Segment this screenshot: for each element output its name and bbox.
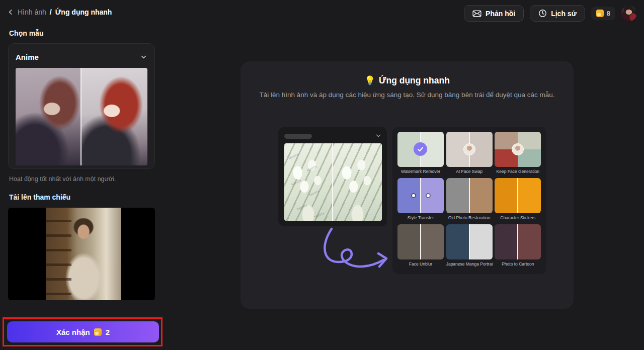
effect-label: Style Transfer [397, 215, 444, 220]
breadcrumb-separator: / [50, 8, 52, 16]
effect-label: Watermark Remover [397, 169, 444, 174]
template-note: Hoạt động tốt nhất với ảnh một người. [9, 176, 116, 183]
template-before-image [16, 68, 82, 165]
template-dropdown-value: Anime [16, 53, 39, 61]
feedback-button[interactable]: Phản hồi [464, 5, 524, 22]
demo-before-after-image: MonicaMonicaMonicaMonicaMonicaMonica [284, 143, 382, 221]
effects-grid: Watermark RemoverAI Face SwapKeep Face G… [392, 127, 546, 274]
watermark-text: Monica [306, 164, 317, 172]
confirm-button[interactable]: Xác nhận 2 [7, 321, 159, 342]
watermark-text: Monica [296, 203, 307, 211]
effect-label: AI Face Swap [446, 169, 493, 174]
effect-label: Old Photo Restoration [446, 215, 493, 220]
reference-upload[interactable] [8, 208, 155, 300]
history-button[interactable]: Lịch sử [530, 5, 585, 22]
effect-thumbnail [495, 224, 541, 259]
envelope-icon [472, 10, 481, 17]
coin-icon [94, 328, 102, 336]
reference-image [46, 208, 121, 300]
effect-thumbnail [495, 132, 541, 167]
effect-label: Photo to Cartoon [495, 261, 541, 267]
confirm-label: Xác nhận [56, 328, 90, 336]
demo-clean-half [333, 143, 382, 221]
watermark-text: Monica [309, 189, 320, 197]
curved-arrow-icon [303, 225, 398, 278]
confirm-cost: 2 [106, 328, 110, 336]
page-title: 💡 Ứng dụng nhanh [240, 75, 574, 86]
effect-item: Style Transfer [397, 178, 444, 220]
effect-label: Face Unblur [397, 261, 444, 267]
effect-label: Japanese Manga Portrait [446, 261, 493, 267]
coin-icon [596, 10, 604, 17]
effect-item: Watermark Remover [397, 132, 444, 174]
demo-upload-card: MonicaMonicaMonicaMonicaMonicaMonica [278, 127, 387, 226]
demo-watermarked-half: MonicaMonicaMonicaMonicaMonicaMonica [284, 143, 333, 221]
face-circle-icon [463, 143, 475, 155]
effect-item: Face Unblur [397, 224, 444, 267]
template-after-image [82, 68, 147, 165]
effect-item: Japanese Manga Portrait [446, 224, 493, 267]
breadcrumb: Hình ảnh / Ứng dụng nhanh [7, 8, 112, 16]
page-subtitle: Tải lên hình ảnh và áp dụng các hiệu ứng… [240, 91, 574, 99]
feedback-label: Phản hồi [486, 10, 515, 18]
app-root: Hình ảnh / Ứng dụng nhanh Phản hồi Lịch … [0, 0, 644, 350]
credits-count: 8 [607, 10, 610, 17]
watermark-text: Monica [288, 152, 299, 159]
quick-apply-panel: 💡 Ứng dụng nhanh Tải lên hình ảnh và áp … [240, 61, 574, 309]
transfer-dots-icon [397, 178, 444, 213]
back-button[interactable] [7, 9, 14, 16]
chevron-down-icon [140, 53, 147, 61]
template-card: Anime [8, 43, 155, 169]
credits-badge[interactable]: 8 [591, 7, 615, 20]
effect-item: Character Stickers [495, 178, 541, 220]
effect-item: Old Photo Restoration [446, 178, 493, 220]
lightbulb-icon: 💡 [364, 75, 375, 86]
template-dropdown[interactable]: Anime [16, 50, 147, 63]
effect-thumbnail [446, 224, 493, 259]
effect-item: Keep Face Generation [495, 132, 541, 174]
page-title-text: Ứng dụng nhanh [379, 75, 450, 86]
template-preview-image [16, 68, 147, 165]
chevron-left-icon [7, 9, 14, 16]
effect-label: Keep Face Generation [495, 169, 541, 174]
template-section-title: Chọn mẫu [9, 29, 43, 37]
user-avatar[interactable] [621, 6, 637, 21]
breadcrumb-current: Ứng dụng nhanh [55, 8, 112, 16]
reference-section-title: Tải lên tham chiếu [9, 193, 70, 201]
history-label: Lịch sử [551, 10, 577, 18]
selected-check-icon [414, 142, 427, 156]
breadcrumb-parent[interactable]: Hình ảnh [18, 8, 46, 16]
watermark-text: Monica [291, 179, 302, 186]
effect-item: Photo to Cartoon [495, 224, 541, 267]
effect-thumbnail [495, 178, 541, 213]
skeleton-text [284, 134, 312, 139]
clock-icon [538, 9, 547, 18]
effect-thumbnail [446, 132, 493, 167]
chevron-down-icon [375, 132, 382, 139]
effect-thumbnail [446, 178, 493, 213]
effect-thumbnail [397, 178, 444, 213]
watermark-text: Monica [313, 211, 325, 218]
topbar-actions: Phản hồi Lịch sử 8 [464, 5, 637, 22]
effect-thumbnail [397, 224, 444, 259]
effect-label: Character Stickers [495, 215, 541, 220]
effect-thumbnail [397, 132, 444, 167]
effect-item: AI Face Swap [446, 132, 493, 174]
